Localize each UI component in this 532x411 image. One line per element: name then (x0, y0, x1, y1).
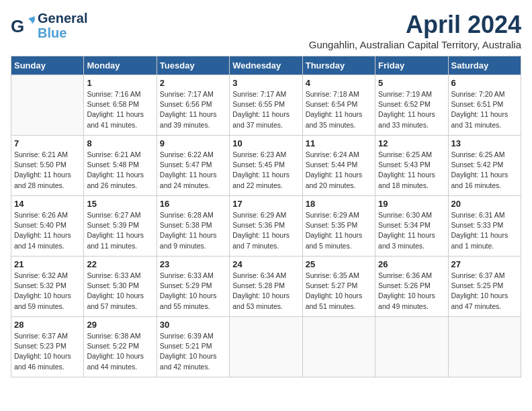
day-info: Sunrise: 6:22 AM Sunset: 5:47 PM Dayligh… (160, 150, 226, 191)
calendar-cell (302, 317, 375, 377)
day-info: Sunrise: 6:36 AM Sunset: 5:26 PM Dayligh… (378, 271, 445, 312)
calendar-cell: 23Sunrise: 6:33 AM Sunset: 5:29 PM Dayli… (157, 257, 229, 317)
calendar-week-row: 28Sunrise: 6:37 AM Sunset: 5:23 PM Dayli… (11, 317, 521, 377)
calendar: SundayMondayTuesdayWednesdayThursdayFrid… (11, 56, 521, 377)
calendar-cell (230, 317, 302, 377)
calendar-cell: 8Sunrise: 6:21 AM Sunset: 5:48 PM Daylig… (84, 136, 157, 196)
calendar-cell: 7Sunrise: 6:21 AM Sunset: 5:50 PM Daylig… (11, 136, 84, 196)
day-info: Sunrise: 7:17 AM Sunset: 6:55 PM Dayligh… (232, 89, 299, 130)
day-number: 28 (14, 320, 81, 330)
weekday-header: Thursday (302, 56, 375, 75)
day-number: 8 (87, 138, 153, 148)
day-number: 25 (306, 259, 372, 269)
day-info: Sunrise: 6:37 AM Sunset: 5:23 PM Dayligh… (14, 331, 81, 372)
day-number: 30 (160, 320, 226, 330)
calendar-cell: 16Sunrise: 6:28 AM Sunset: 5:38 PM Dayli… (157, 196, 229, 257)
day-number: 22 (87, 259, 153, 269)
day-info: Sunrise: 6:27 AM Sunset: 5:39 PM Dayligh… (87, 210, 153, 251)
day-info: Sunrise: 7:17 AM Sunset: 6:56 PM Dayligh… (160, 89, 226, 130)
day-number: 14 (14, 199, 81, 209)
day-number: 24 (232, 259, 299, 269)
day-info: Sunrise: 6:33 AM Sunset: 5:30 PM Dayligh… (87, 271, 153, 312)
calendar-cell: 24Sunrise: 6:34 AM Sunset: 5:28 PM Dayli… (230, 257, 302, 317)
day-info: Sunrise: 6:24 AM Sunset: 5:44 PM Dayligh… (306, 150, 372, 191)
day-number: 13 (451, 138, 518, 148)
day-number: 20 (451, 199, 518, 209)
calendar-cell: 25Sunrise: 6:35 AM Sunset: 5:27 PM Dayli… (302, 257, 375, 317)
weekday-header: Monday (84, 56, 157, 75)
weekday-header: Wednesday (230, 56, 302, 75)
logo-blue: Blue (38, 26, 87, 40)
calendar-cell: 12Sunrise: 6:25 AM Sunset: 5:43 PM Dayli… (375, 136, 448, 196)
day-number: 29 (87, 320, 153, 330)
calendar-cell: 30Sunrise: 6:39 AM Sunset: 5:21 PM Dayli… (157, 317, 229, 377)
svg-marker-2 (30, 17, 35, 24)
calendar-cell: 6Sunrise: 7:20 AM Sunset: 6:51 PM Daylig… (448, 75, 521, 136)
day-number: 5 (378, 78, 445, 88)
day-number: 19 (378, 199, 445, 209)
day-number: 6 (451, 78, 518, 88)
weekday-header: Saturday (448, 56, 521, 75)
day-number: 3 (232, 78, 299, 88)
day-info: Sunrise: 6:35 AM Sunset: 5:27 PM Dayligh… (306, 271, 372, 312)
month-title: April 2024 (309, 11, 521, 39)
calendar-cell: 17Sunrise: 6:29 AM Sunset: 5:36 PM Dayli… (230, 196, 302, 257)
calendar-cell: 26Sunrise: 6:36 AM Sunset: 5:26 PM Dayli… (375, 257, 448, 317)
day-info: Sunrise: 6:23 AM Sunset: 5:45 PM Dayligh… (232, 150, 299, 191)
day-number: 12 (378, 138, 445, 148)
logo: G General Blue (11, 11, 87, 40)
calendar-cell: 18Sunrise: 6:29 AM Sunset: 5:35 PM Dayli… (302, 196, 375, 257)
day-number: 26 (378, 259, 445, 269)
day-info: Sunrise: 7:19 AM Sunset: 6:52 PM Dayligh… (378, 89, 445, 130)
weekday-header: Friday (375, 56, 448, 75)
day-number: 9 (160, 138, 226, 148)
day-info: Sunrise: 6:34 AM Sunset: 5:28 PM Dayligh… (232, 271, 299, 312)
day-info: Sunrise: 6:28 AM Sunset: 5:38 PM Dayligh… (160, 210, 226, 251)
day-info: Sunrise: 6:29 AM Sunset: 5:36 PM Dayligh… (232, 210, 299, 251)
title-block: April 2024 Gungahlin, Australian Capital… (309, 11, 521, 50)
day-info: Sunrise: 6:26 AM Sunset: 5:40 PM Dayligh… (14, 210, 81, 251)
subtitle: Gungahlin, Australian Capital Territory,… (309, 39, 521, 50)
calendar-cell: 29Sunrise: 6:38 AM Sunset: 5:22 PM Dayli… (84, 317, 157, 377)
calendar-cell: 28Sunrise: 6:37 AM Sunset: 5:23 PM Dayli… (11, 317, 84, 377)
calendar-cell: 13Sunrise: 6:25 AM Sunset: 5:42 PM Dayli… (448, 136, 521, 196)
calendar-header-row: SundayMondayTuesdayWednesdayThursdayFrid… (11, 56, 521, 75)
day-info: Sunrise: 6:31 AM Sunset: 5:33 PM Dayligh… (451, 210, 518, 251)
day-info: Sunrise: 6:25 AM Sunset: 5:43 PM Dayligh… (378, 150, 445, 191)
weekday-header: Tuesday (157, 56, 229, 75)
day-number: 18 (306, 199, 372, 209)
calendar-cell: 14Sunrise: 6:26 AM Sunset: 5:40 PM Dayli… (11, 196, 84, 257)
day-info: Sunrise: 6:37 AM Sunset: 5:25 PM Dayligh… (451, 271, 518, 312)
calendar-cell: 5Sunrise: 7:19 AM Sunset: 6:52 PM Daylig… (375, 75, 448, 136)
day-number: 4 (306, 78, 372, 88)
calendar-cell: 27Sunrise: 6:37 AM Sunset: 5:25 PM Dayli… (448, 257, 521, 317)
calendar-cell: 2Sunrise: 7:17 AM Sunset: 6:56 PM Daylig… (157, 75, 229, 136)
calendar-cell: 9Sunrise: 6:22 AM Sunset: 5:47 PM Daylig… (157, 136, 229, 196)
day-number: 21 (14, 259, 81, 269)
day-info: Sunrise: 6:29 AM Sunset: 5:35 PM Dayligh… (306, 210, 372, 251)
day-info: Sunrise: 6:33 AM Sunset: 5:29 PM Dayligh… (160, 271, 226, 312)
calendar-week-row: 14Sunrise: 6:26 AM Sunset: 5:40 PM Dayli… (11, 196, 521, 257)
calendar-cell: 4Sunrise: 7:18 AM Sunset: 6:54 PM Daylig… (302, 75, 375, 136)
calendar-cell (448, 317, 521, 377)
calendar-week-row: 1Sunrise: 7:16 AM Sunset: 6:58 PM Daylig… (11, 75, 521, 136)
day-info: Sunrise: 6:25 AM Sunset: 5:42 PM Dayligh… (451, 150, 518, 191)
day-info: Sunrise: 7:20 AM Sunset: 6:51 PM Dayligh… (451, 89, 518, 130)
calendar-cell: 19Sunrise: 6:30 AM Sunset: 5:34 PM Dayli… (375, 196, 448, 257)
day-number: 16 (160, 199, 226, 209)
page-header: G General Blue April 2024 Gungahlin, Aus… (11, 11, 521, 50)
day-number: 11 (306, 138, 372, 148)
weekday-header: Sunday (11, 56, 84, 75)
day-number: 15 (87, 199, 153, 209)
day-number: 17 (232, 199, 299, 209)
calendar-cell: 10Sunrise: 6:23 AM Sunset: 5:45 PM Dayli… (230, 136, 302, 196)
calendar-cell: 3Sunrise: 7:17 AM Sunset: 6:55 PM Daylig… (230, 75, 302, 136)
day-info: Sunrise: 6:21 AM Sunset: 5:50 PM Dayligh… (14, 150, 81, 191)
calendar-cell: 15Sunrise: 6:27 AM Sunset: 5:39 PM Dayli… (84, 196, 157, 257)
day-info: Sunrise: 7:16 AM Sunset: 6:58 PM Dayligh… (87, 89, 153, 130)
calendar-cell: 20Sunrise: 6:31 AM Sunset: 5:33 PM Dayli… (448, 196, 521, 257)
calendar-cell: 22Sunrise: 6:33 AM Sunset: 5:30 PM Dayli… (84, 257, 157, 317)
day-number: 23 (160, 259, 226, 269)
calendar-cell: 21Sunrise: 6:32 AM Sunset: 5:32 PM Dayli… (11, 257, 84, 317)
calendar-week-row: 21Sunrise: 6:32 AM Sunset: 5:32 PM Dayli… (11, 257, 521, 317)
